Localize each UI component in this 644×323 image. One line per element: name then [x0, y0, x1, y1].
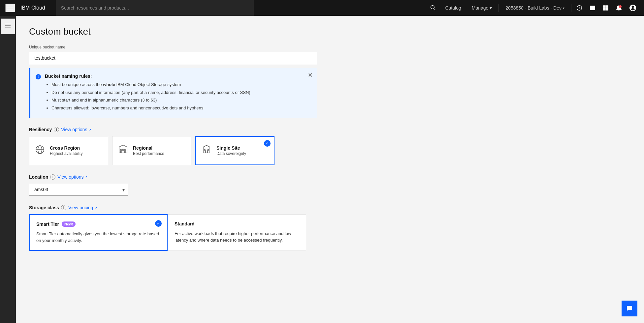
single-site-card-title: Single Site: [216, 145, 246, 151]
hamburger-menu[interactable]: [5, 4, 15, 12]
smart-tier-title: Smart Tier: [36, 221, 59, 227]
app-body: Custom bucket Unique bucket name Bucket …: [0, 16, 644, 323]
svg-line-20: [123, 145, 127, 147]
standard-title: Standard: [175, 221, 195, 226]
regional-icon: [118, 144, 128, 157]
sidebar-collapse-button[interactable]: [1, 18, 15, 34]
account-selector[interactable]: 2058850 - Build Labs - Dev ▾: [501, 0, 568, 16]
naming-rules-content: Bucket naming rules: Must be unique acro…: [45, 73, 311, 112]
storage-card-standard[interactable]: Standard For active workloads that requi…: [168, 214, 306, 251]
location-select[interactable]: ams03 eu-de eu-gb us-south us-east ap-no…: [29, 184, 128, 196]
notifications-wrapper: [614, 3, 624, 13]
bucket-name-section: Unique bucket name: [29, 45, 532, 64]
svg-rect-0: [590, 6, 595, 10]
location-select-wrapper: ams03 eu-de eu-gb us-south us-east ap-no…: [29, 184, 128, 196]
location-label: Location: [29, 174, 48, 180]
cross-region-icon: [35, 144, 45, 157]
bucket-name-input[interactable]: [29, 52, 317, 64]
storage-class-section-header: Storage class i View pricing ↗: [29, 205, 532, 210]
banner-close-button[interactable]: ✕: [308, 72, 313, 78]
svg-line-19: [119, 145, 123, 147]
svg-rect-18: [124, 151, 126, 153]
location-section-header: Location i View options ↗: [29, 174, 532, 180]
avatar-button[interactable]: [627, 2, 639, 14]
resiliency-card-single-site[interactable]: Single Site Data sovereignty ✓: [195, 136, 274, 165]
cross-region-card-title: Cross Region: [50, 145, 82, 151]
storage-class-view-pricing-link[interactable]: View pricing ↗: [68, 205, 97, 210]
standard-desc: For active workloads that require higher…: [175, 230, 299, 243]
cost-estimator-button[interactable]: [587, 3, 598, 13]
svg-rect-24: [206, 151, 208, 153]
naming-rules-banner: Bucket naming rules: Must be unique acro…: [29, 68, 317, 118]
storage-class-label: Storage class: [29, 205, 59, 210]
resiliency-cards-grid: Cross Region Highest availability ✓: [29, 136, 317, 165]
svg-rect-7: [5, 24, 11, 24]
brand-logo: IBM Cloud: [20, 5, 45, 11]
single-site-check: ✓: [264, 140, 271, 147]
svg-rect-23: [207, 149, 209, 150]
svg-rect-16: [124, 149, 126, 150]
single-site-icon: [201, 144, 212, 157]
resiliency-view-options-link[interactable]: View options ↗: [61, 127, 91, 132]
external-link-icon: ↗: [88, 128, 91, 132]
cross-region-card-subtitle: Highest availability: [50, 151, 82, 156]
naming-rules-title: Bucket naming rules:: [45, 73, 311, 79]
rule-2: Do not use any personal information (any…: [51, 89, 311, 96]
smart-tier-check: ✓: [155, 220, 162, 227]
main-content: Custom bucket Unique bucket name Bucket …: [16, 16, 545, 323]
catalog-button[interactable]: Catalog: [441, 0, 465, 16]
list-view-button[interactable]: [600, 3, 611, 13]
location-view-options-link[interactable]: View options ↗: [57, 174, 87, 180]
svg-rect-17: [120, 151, 122, 153]
nav-divider-2: [571, 4, 571, 12]
storage-card-smart-tier[interactable]: Smart Tier New! Smart Tier automatically…: [29, 214, 168, 251]
resiliency-section-header: Resiliency i View options ↗: [29, 127, 532, 132]
notifications-button[interactable]: [614, 3, 624, 13]
svg-rect-14: [120, 149, 122, 150]
smart-tier-desc: Smart Tier automatically gives you the l…: [36, 231, 160, 244]
notification-dot: [619, 5, 622, 8]
sidebar: [0, 16, 16, 323]
rule-3: Must start and end in alphanumeric chara…: [51, 97, 311, 103]
svg-rect-5: [603, 8, 605, 10]
svg-rect-22: [205, 149, 206, 150]
single-site-card-subtitle: Data sovereignty: [216, 151, 246, 156]
nav-right: Catalog Manage ▾ 2058850 - Build Labs - …: [428, 0, 639, 16]
svg-rect-8: [5, 25, 11, 26]
location-info-icon[interactable]: i: [50, 174, 55, 180]
svg-rect-4: [606, 6, 608, 8]
top-nav: IBM Cloud Catalog Manage ▾ 2058850 - Bui…: [0, 0, 644, 16]
svg-rect-9: [5, 27, 11, 28]
help-button[interactable]: [574, 3, 585, 13]
chat-button[interactable]: [622, 301, 637, 316]
storage-cards-grid: Smart Tier New! Smart Tier automatically…: [29, 214, 317, 251]
right-panel: [545, 16, 644, 323]
page-title: Custom bucket: [29, 26, 532, 37]
storage-class-info-icon[interactable]: i: [61, 205, 66, 210]
smart-tier-badge: New!: [62, 221, 76, 227]
pricing-ext-link-icon: ↗: [94, 206, 97, 210]
resiliency-card-cross-region[interactable]: Cross Region Highest availability ✓: [29, 136, 108, 165]
rule-4: Characters allowed: lowercase, numbers a…: [51, 105, 311, 111]
search-button[interactable]: [428, 3, 438, 13]
naming-rules-list: Must be unique across the whole IBM Clou…: [45, 81, 311, 111]
search-input[interactable]: [56, 0, 254, 16]
regional-card-title: Regional: [133, 145, 164, 151]
manage-button[interactable]: Manage ▾: [468, 0, 496, 16]
svg-rect-6: [606, 8, 608, 10]
resiliency-card-regional[interactable]: Regional Best performance ✓: [112, 136, 191, 165]
info-icon: [36, 74, 41, 81]
bucket-name-label: Unique bucket name: [29, 45, 532, 49]
svg-rect-3: [603, 6, 605, 8]
svg-rect-15: [122, 149, 124, 150]
resiliency-info-icon[interactable]: i: [54, 127, 59, 132]
regional-card-subtitle: Best performance: [133, 151, 164, 156]
svg-rect-21: [203, 147, 210, 153]
resiliency-label: Resiliency: [29, 127, 52, 132]
location-ext-link-icon: ↗: [85, 175, 87, 179]
nav-divider: [499, 4, 499, 12]
rule-1: Must be unique across the whole IBM Clou…: [51, 81, 311, 88]
